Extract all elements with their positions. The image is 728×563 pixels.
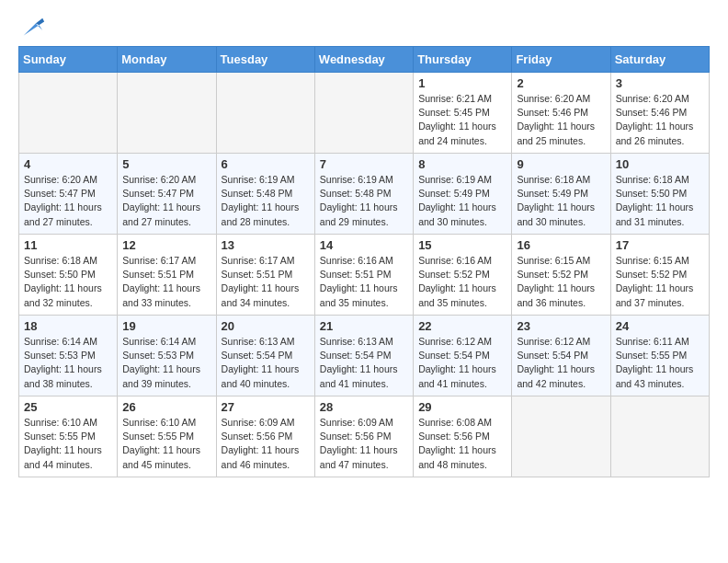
- day-number: 15: [418, 238, 506, 252]
- weekday-header-tuesday: Tuesday: [216, 47, 314, 73]
- day-number: 20: [222, 319, 310, 333]
- day-info: Sunrise: 6:11 AM Sunset: 5:55 PM Dayligh…: [616, 335, 704, 391]
- day-info: Sunrise: 6:20 AM Sunset: 5:46 PM Dayligh…: [517, 92, 605, 148]
- day-info: Sunrise: 6:18 AM Sunset: 5:50 PM Dayligh…: [24, 254, 112, 310]
- day-info: Sunrise: 6:19 AM Sunset: 5:48 PM Dayligh…: [222, 173, 310, 229]
- day-number: 17: [616, 238, 704, 252]
- day-number: 14: [320, 238, 408, 252]
- calendar-week-row: 25Sunrise: 6:10 AM Sunset: 5:55 PM Dayli…: [19, 396, 710, 477]
- day-info: Sunrise: 6:15 AM Sunset: 5:52 PM Dayligh…: [616, 254, 704, 310]
- calendar-cell: 29Sunrise: 6:08 AM Sunset: 5:56 PM Dayli…: [414, 396, 512, 477]
- calendar-cell: 4Sunrise: 6:20 AM Sunset: 5:47 PM Daylig…: [19, 154, 118, 235]
- calendar-cell: 24Sunrise: 6:11 AM Sunset: 5:55 PM Dayli…: [610, 316, 709, 396]
- calendar-cell: 17Sunrise: 6:15 AM Sunset: 5:52 PM Dayli…: [610, 235, 709, 316]
- calendar-cell: [512, 396, 610, 477]
- day-number: 5: [122, 157, 210, 171]
- calendar-cell: 7Sunrise: 6:19 AM Sunset: 5:48 PM Daylig…: [314, 154, 413, 235]
- calendar-cell: 5Sunrise: 6:20 AM Sunset: 5:47 PM Daylig…: [118, 154, 216, 235]
- calendar-cell: 13Sunrise: 6:17 AM Sunset: 5:51 PM Dayli…: [216, 235, 314, 316]
- day-number: 25: [24, 400, 112, 414]
- day-info: Sunrise: 6:15 AM Sunset: 5:52 PM Dayligh…: [517, 254, 605, 310]
- day-number: 21: [320, 319, 408, 333]
- day-number: 28: [320, 400, 408, 414]
- day-number: 26: [122, 400, 210, 414]
- svg-marker-1: [36, 18, 44, 25]
- day-info: Sunrise: 6:19 AM Sunset: 5:49 PM Dayligh…: [418, 173, 506, 229]
- calendar-cell: 22Sunrise: 6:12 AM Sunset: 5:54 PM Dayli…: [414, 316, 512, 396]
- day-info: Sunrise: 6:09 AM Sunset: 5:56 PM Dayligh…: [320, 416, 408, 472]
- calendar-cell: 15Sunrise: 6:16 AM Sunset: 5:52 PM Dayli…: [414, 235, 512, 316]
- day-number: 27: [222, 400, 310, 414]
- calendar-cell: [610, 396, 709, 477]
- day-number: 19: [122, 319, 210, 333]
- logo-icon: [20, 17, 46, 42]
- day-number: 10: [616, 157, 704, 171]
- day-info: Sunrise: 6:20 AM Sunset: 5:46 PM Dayligh…: [616, 92, 704, 148]
- day-info: Sunrise: 6:10 AM Sunset: 5:55 PM Dayligh…: [24, 416, 112, 472]
- weekday-header-friday: Friday: [512, 47, 610, 73]
- day-info: Sunrise: 6:20 AM Sunset: 5:47 PM Dayligh…: [24, 173, 112, 229]
- day-number: 8: [418, 157, 506, 171]
- calendar-cell: 27Sunrise: 6:09 AM Sunset: 5:56 PM Dayli…: [216, 396, 314, 477]
- calendar-cell: 16Sunrise: 6:15 AM Sunset: 5:52 PM Dayli…: [512, 235, 610, 316]
- calendar-cell: 6Sunrise: 6:19 AM Sunset: 5:48 PM Daylig…: [216, 154, 314, 235]
- calendar-cell: 14Sunrise: 6:16 AM Sunset: 5:51 PM Dayli…: [314, 235, 413, 316]
- calendar-week-row: 1Sunrise: 6:21 AM Sunset: 5:45 PM Daylig…: [19, 73, 710, 154]
- day-info: Sunrise: 6:14 AM Sunset: 5:53 PM Dayligh…: [24, 335, 112, 391]
- calendar-cell: 2Sunrise: 6:20 AM Sunset: 5:46 PM Daylig…: [512, 73, 610, 154]
- calendar-table: SundayMondayTuesdayWednesdayThursdayFrid…: [18, 46, 710, 477]
- calendar-cell: 10Sunrise: 6:18 AM Sunset: 5:50 PM Dayli…: [610, 154, 709, 235]
- day-number: 4: [24, 157, 112, 171]
- calendar-cell: 23Sunrise: 6:12 AM Sunset: 5:54 PM Dayli…: [512, 316, 610, 396]
- calendar-cell: [314, 73, 413, 154]
- day-number: 29: [418, 400, 506, 414]
- day-info: Sunrise: 6:14 AM Sunset: 5:53 PM Dayligh…: [122, 335, 210, 391]
- day-info: Sunrise: 6:09 AM Sunset: 5:56 PM Dayligh…: [222, 416, 310, 472]
- calendar-week-row: 11Sunrise: 6:18 AM Sunset: 5:50 PM Dayli…: [19, 235, 710, 316]
- logo: [18, 17, 46, 42]
- weekday-header-thursday: Thursday: [414, 47, 512, 73]
- day-info: Sunrise: 6:21 AM Sunset: 5:45 PM Dayligh…: [418, 92, 506, 148]
- calendar-cell: 19Sunrise: 6:14 AM Sunset: 5:53 PM Dayli…: [118, 316, 216, 396]
- day-info: Sunrise: 6:20 AM Sunset: 5:47 PM Dayligh…: [122, 173, 210, 229]
- day-number: 3: [616, 76, 704, 90]
- day-info: Sunrise: 6:18 AM Sunset: 5:49 PM Dayligh…: [517, 173, 605, 229]
- day-info: Sunrise: 6:13 AM Sunset: 5:54 PM Dayligh…: [222, 335, 310, 391]
- day-number: 2: [517, 76, 605, 90]
- calendar-cell: 20Sunrise: 6:13 AM Sunset: 5:54 PM Dayli…: [216, 316, 314, 396]
- calendar-cell: 11Sunrise: 6:18 AM Sunset: 5:50 PM Dayli…: [19, 235, 118, 316]
- weekday-header-wednesday: Wednesday: [314, 47, 413, 73]
- calendar-cell: [216, 73, 314, 154]
- calendar-cell: 26Sunrise: 6:10 AM Sunset: 5:55 PM Dayli…: [118, 396, 216, 477]
- day-number: 7: [320, 157, 408, 171]
- calendar-cell: 8Sunrise: 6:19 AM Sunset: 5:49 PM Daylig…: [414, 154, 512, 235]
- day-number: 12: [122, 238, 210, 252]
- day-number: 13: [222, 238, 310, 252]
- day-info: Sunrise: 6:17 AM Sunset: 5:51 PM Dayligh…: [222, 254, 310, 310]
- calendar-week-row: 18Sunrise: 6:14 AM Sunset: 5:53 PM Dayli…: [19, 316, 710, 396]
- weekday-header-sunday: Sunday: [19, 47, 118, 73]
- day-number: 22: [418, 319, 506, 333]
- calendar-cell: 18Sunrise: 6:14 AM Sunset: 5:53 PM Dayli…: [19, 316, 118, 396]
- day-number: 11: [24, 238, 112, 252]
- day-number: 6: [222, 157, 310, 171]
- weekday-header-saturday: Saturday: [610, 47, 709, 73]
- calendar-cell: [19, 73, 118, 154]
- calendar-cell: 3Sunrise: 6:20 AM Sunset: 5:46 PM Daylig…: [610, 73, 709, 154]
- day-number: 18: [24, 319, 112, 333]
- day-number: 9: [517, 157, 605, 171]
- calendar-wrapper: SundayMondayTuesdayWednesdayThursdayFrid…: [9, 46, 719, 487]
- calendar-cell: 9Sunrise: 6:18 AM Sunset: 5:49 PM Daylig…: [512, 154, 610, 235]
- calendar-cell: 1Sunrise: 6:21 AM Sunset: 5:45 PM Daylig…: [414, 73, 512, 154]
- day-info: Sunrise: 6:19 AM Sunset: 5:48 PM Dayligh…: [320, 173, 408, 229]
- calendar-cell: 21Sunrise: 6:13 AM Sunset: 5:54 PM Dayli…: [314, 316, 413, 396]
- weekday-header-row: SundayMondayTuesdayWednesdayThursdayFrid…: [19, 47, 710, 73]
- page-header: [9, 9, 719, 46]
- day-number: 16: [517, 238, 605, 252]
- day-number: 23: [517, 319, 605, 333]
- calendar-cell: 25Sunrise: 6:10 AM Sunset: 5:55 PM Dayli…: [19, 396, 118, 477]
- day-info: Sunrise: 6:10 AM Sunset: 5:55 PM Dayligh…: [122, 416, 210, 472]
- weekday-header-monday: Monday: [118, 47, 216, 73]
- day-info: Sunrise: 6:18 AM Sunset: 5:50 PM Dayligh…: [616, 173, 704, 229]
- day-info: Sunrise: 6:13 AM Sunset: 5:54 PM Dayligh…: [320, 335, 408, 391]
